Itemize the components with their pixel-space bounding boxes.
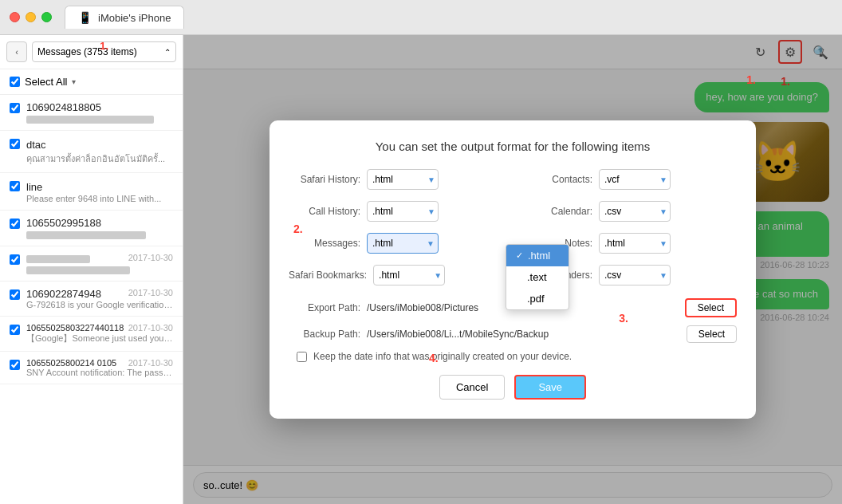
dropdown-option-html[interactable]: ✓ .html: [506, 245, 569, 266]
item-checkbox[interactable]: [10, 219, 20, 229]
export-select-button[interactable]: Select: [685, 298, 737, 317]
blurred-name: [26, 255, 90, 263]
folder-label: Messages (3753 items): [37, 46, 137, 57]
folder-chevron-icon: ⌃: [164, 48, 171, 57]
item-date: 2017-10-30: [128, 288, 173, 300]
calendar-label: Calendar:: [521, 206, 592, 217]
safari-history-select[interactable]: .html: [367, 169, 439, 190]
item-content: 2017-10-30: [26, 253, 173, 274]
blurred-preview: [26, 266, 130, 274]
calendar-select[interactable]: .csv: [599, 201, 671, 222]
item-name: line: [26, 181, 42, 193]
list-item[interactable]: 10655025800214 0105 2017-10-30 SNY Accou…: [0, 352, 183, 384]
date-checkbox-row: Keep the date info that was originally c…: [289, 351, 737, 362]
safari-bookmarks-label: Safari Bookmarks:: [289, 270, 367, 281]
item-name: 1065502995188: [26, 217, 101, 229]
list-item[interactable]: 1069024818805: [0, 95, 183, 131]
item-checkbox[interactable]: [10, 103, 20, 113]
item-name: 10655025800214 0105: [26, 358, 116, 368]
step4-annotation: 4.: [429, 352, 439, 364]
call-history-select[interactable]: .html: [367, 201, 439, 222]
item-preview: Please enter 9648 into LINE with...: [26, 194, 173, 203]
item-checkbox[interactable]: [10, 254, 20, 265]
list-item[interactable]: 1069022874948 2017-10-30 G-792618 is you…: [0, 282, 183, 317]
dropdown-option-pdf[interactable]: .pdf: [506, 288, 569, 309]
dropdown-option-label: .pdf: [516, 293, 545, 305]
item-name: dtac: [26, 139, 46, 151]
maximize-button[interactable]: [41, 12, 52, 22]
item-checkbox[interactable]: [10, 139, 20, 149]
dropdown-option-text[interactable]: .text: [506, 266, 569, 288]
item-checkbox[interactable]: [10, 325, 20, 335]
close-button[interactable]: [10, 12, 20, 22]
save-button[interactable]: Save: [514, 375, 586, 400]
blurred-preview: [26, 231, 146, 239]
notes-select[interactable]: .html: [599, 233, 671, 254]
contacts-select[interactable]: .vcf: [599, 169, 671, 190]
sidebar-toolbar: ‹ Messages (3753 items) ⌃: [0, 35, 183, 69]
chat-area: ↻ ⚙ 1. ⬆ 🔍 1. hey, how are you doing?: [183, 35, 842, 504]
dropdown-option-label: .text: [516, 271, 547, 283]
item-date: 2017-10-30: [128, 253, 173, 263]
reminders-select[interactable]: .csv: [599, 265, 671, 285]
list-item[interactable]: 2017-10-30: [0, 246, 183, 282]
calendar-select-wrapper: .csv ▼: [599, 201, 671, 222]
select-all-arrow-icon: ▾: [72, 77, 76, 86]
minimize-button[interactable]: [26, 12, 36, 22]
item-checkbox[interactable]: [10, 181, 20, 191]
backup-select-button[interactable]: Select: [687, 325, 737, 343]
backup-path-row: Backup Path: /Users/iMobie008/Li...t/Mob…: [289, 325, 737, 343]
device-tab[interactable]: 📱 iMobie's iPhone: [65, 6, 184, 29]
item-checkbox[interactable]: [10, 360, 20, 370]
item-date: 2017-10-30: [128, 323, 173, 333]
step1-label: 1.: [100, 40, 108, 52]
call-history-row: Call History: .html ▼: [289, 201, 505, 222]
item-content: 10655025803227440118 2017-10-30 【Google】…: [26, 323, 173, 345]
item-content: 10655025800214 0105 2017-10-30 SNY Accou…: [26, 358, 173, 377]
messages-select-wrapper[interactable]: .html ▼: [367, 233, 439, 254]
format-modal: You can set the output format for the fo…: [270, 120, 756, 419]
date-info-label: Keep the date info that was originally c…: [313, 351, 572, 362]
list-item[interactable]: line Please enter 9648 into LINE with...: [0, 173, 183, 211]
step1-top-annotation: 1.: [746, 73, 756, 86]
item-content: 1069024818805: [26, 101, 173, 124]
item-date: 2017-10-30: [128, 358, 173, 368]
main-content: ‹ Messages (3753 items) ⌃ Select All ▾ 1…: [0, 35, 842, 504]
item-name: 10655025803227440118: [26, 323, 124, 333]
messages-select-value: .html: [372, 238, 393, 249]
modal-title: You can set the output format for the fo…: [289, 140, 737, 153]
safari-history-row: Safari History: .html ▼: [289, 169, 505, 190]
list-item[interactable]: 10655025803227440118 2017-10-30 【Google】…: [0, 317, 183, 352]
phone-icon: 📱: [78, 11, 92, 24]
safari-bookmarks-select[interactable]: .html: [373, 265, 445, 285]
call-history-select-wrapper: .html ▼: [367, 201, 439, 222]
messages-label: Messages:: [289, 238, 360, 249]
item-content: 1069022874948 2017-10-30 G-792618 is you…: [26, 288, 173, 309]
dropdown-option-label: .html: [528, 250, 550, 262]
item-preview: SNY Account notification: The password f…: [26, 368, 173, 377]
back-button[interactable]: ‹: [6, 41, 27, 62]
list-item[interactable]: 1065502995188: [0, 211, 183, 246]
date-info-checkbox[interactable]: [297, 352, 307, 362]
messages-dropdown: ✓ .html .text .pdf: [506, 244, 569, 310]
item-content: dtac คุณสามารตั้งค่าล็อกอินอัตโนมัติครั้…: [26, 137, 173, 166]
select-all-checkbox[interactable]: [10, 77, 20, 87]
title-bar: 📱 iMobie's iPhone: [0, 0, 842, 35]
traffic-lights: [10, 12, 52, 22]
call-history-label: Call History:: [289, 206, 360, 217]
contacts-row: Contacts: .vcf ▼: [521, 169, 737, 190]
contacts-select-wrapper: .vcf ▼: [599, 169, 671, 190]
backup-path-label: Backup Path:: [289, 329, 360, 340]
calendar-row: Calendar: .csv ▼: [521, 201, 737, 222]
list-item[interactable]: dtac คุณสามารตั้งค่าล็อกอินอัตโนมัติครั้…: [0, 131, 183, 173]
check-icon: ✓: [516, 250, 523, 261]
notes-select-wrapper: .html ▼: [599, 233, 671, 254]
item-checkbox[interactable]: [10, 289, 20, 300]
select-all-bar[interactable]: Select All ▾: [0, 69, 183, 95]
step3-annotation: 3.: [619, 312, 628, 325]
sidebar: ‹ Messages (3753 items) ⌃ Select All ▾ 1…: [0, 35, 183, 504]
export-path-label: Export Path:: [289, 302, 360, 313]
cancel-button[interactable]: Cancel: [439, 375, 505, 400]
contacts-label: Contacts:: [521, 174, 592, 185]
item-content: line Please enter 9648 into LINE with...: [26, 179, 173, 203]
